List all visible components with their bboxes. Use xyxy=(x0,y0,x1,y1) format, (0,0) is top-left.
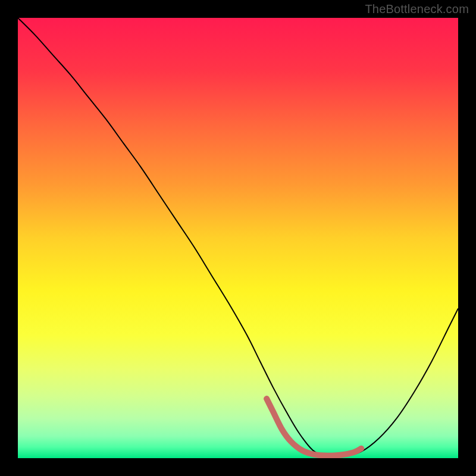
chart-svg xyxy=(18,18,458,458)
plot-area xyxy=(18,18,458,458)
chart-background xyxy=(18,18,458,458)
chart-container: TheBottleneck.com xyxy=(0,0,476,476)
watermark-text: TheBottleneck.com xyxy=(365,2,469,16)
